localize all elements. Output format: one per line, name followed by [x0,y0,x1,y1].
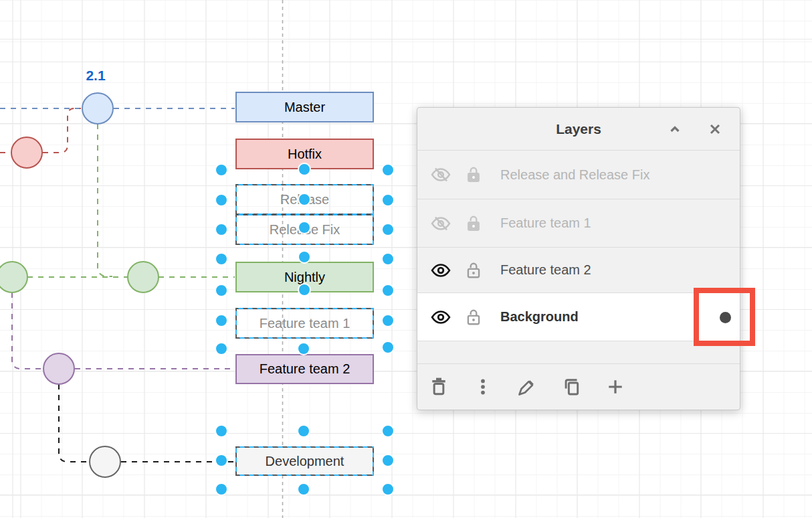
selection-handle[interactable] [382,454,394,466]
close-panel-button[interactable] [705,119,725,139]
selection-handle[interactable] [382,224,394,236]
selection-handle[interactable] [298,222,310,234]
collapse-panel-button[interactable] [665,119,685,139]
selection-handle[interactable] [382,194,394,206]
close-icon [707,121,723,137]
annotation-highlight-box [694,288,755,346]
visibility-off-icon[interactable] [431,167,451,183]
selection-handle[interactable] [382,483,394,495]
more-options-button[interactable] [472,375,494,398]
unlock-icon[interactable] [464,308,484,327]
add-layer-button[interactable] [604,375,627,398]
layer-name: Feature team 2 [500,262,591,278]
selection-handle[interactable] [382,315,394,327]
selection-handle[interactable] [215,194,227,206]
selection-handle[interactable] [215,253,227,265]
selection-handle[interactable] [215,284,227,296]
duplicate-icon [560,375,583,398]
edit-layer-button[interactable] [516,375,538,398]
visibility-off-icon[interactable] [431,215,451,232]
diagram-canvas[interactable]: 2.1 Master Hotfix Release Release Fix Ni… [0,0,812,518]
selection-handle[interactable] [382,164,394,176]
selection-handle[interactable] [298,284,310,296]
layers-panel-header[interactable]: Layers [417,108,740,151]
unlock-icon[interactable] [464,165,484,184]
visibility-on-icon[interactable] [431,262,451,278]
layer-name: Background [500,309,579,325]
unlock-icon[interactable] [464,261,484,280]
layer-name: Feature team 1 [500,215,591,231]
delete-layer-button[interactable] [427,375,450,398]
layers-toolbar [417,363,740,410]
selection-handle[interactable] [215,315,227,327]
selection-handle[interactable] [215,343,227,355]
unlock-icon[interactable] [464,214,484,233]
selection-handle[interactable] [215,454,227,466]
plus-icon [605,376,626,398]
selection-handle[interactable] [298,163,310,175]
layers-panel-title: Layers [556,121,601,137]
selection-handle[interactable] [298,483,310,495]
panel-spacer [417,341,740,363]
layer-row-background[interactable]: Background [417,293,740,341]
trash-icon [428,376,449,398]
selection-handle[interactable] [382,253,394,265]
chevron-up-icon [667,121,683,137]
selection-handle[interactable] [298,193,310,205]
selection-handle[interactable] [298,425,310,437]
layer-row-feature-team-2[interactable]: Feature team 2 [417,248,740,293]
selection-handle[interactable] [382,341,394,353]
selection-handle[interactable] [298,251,310,263]
vertical-ellipsis-icon [472,376,494,398]
selection-handle[interactable] [298,343,310,355]
selection-handle[interactable] [215,483,227,495]
pencil-icon [516,375,538,398]
visibility-on-icon[interactable] [431,309,451,325]
layer-name: Release and Release Fix [500,167,649,183]
layer-row-release-and-release-fix[interactable]: Release and Release Fix [417,151,740,199]
selection-handle[interactable] [215,224,227,236]
selection-handle[interactable] [215,425,227,437]
layers-panel: Layers [417,107,740,410]
selection-handle[interactable] [382,425,394,437]
layer-row-feature-team-1[interactable]: Feature team 1 [417,199,740,248]
selection-handle[interactable] [215,164,227,176]
selection-handle[interactable] [382,284,394,296]
duplicate-layer-button[interactable] [560,375,583,398]
